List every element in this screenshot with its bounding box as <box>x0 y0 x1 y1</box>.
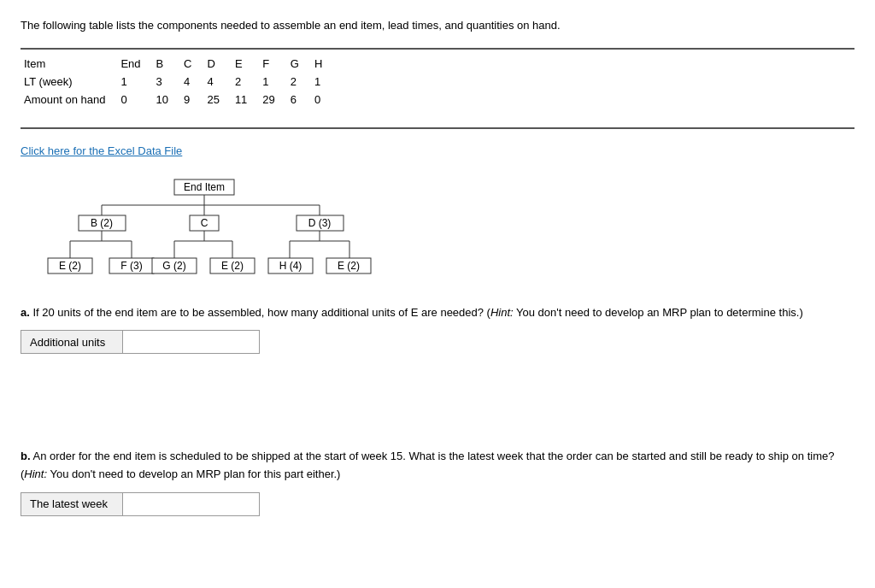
col-g-1: 2 <box>287 73 311 91</box>
col-b-0: B <box>153 55 180 73</box>
col-d-0: D <box>203 55 231 73</box>
col-c-0: C <box>180 55 203 73</box>
col-e-2: 11 <box>232 91 259 109</box>
latest-week-label: The latest week <box>21 492 123 516</box>
col-c-2: 9 <box>180 91 203 109</box>
col-h-0: H <box>311 55 334 73</box>
col-d-1: 4 <box>203 73 231 91</box>
answer-row-a: Additional units <box>21 330 854 354</box>
svg-text:C: C <box>201 217 208 229</box>
col-g-2: 6 <box>287 91 311 109</box>
additional-units-label: Additional units <box>21 330 123 354</box>
excel-link[interactable]: Click here for the Excel Data File <box>21 144 182 157</box>
latest-week-input[interactable] <box>123 492 260 516</box>
question-a-prefix: a. <box>21 306 30 319</box>
question-a-body: If 20 units of the end item are to be as… <box>30 306 490 319</box>
col-h-1: 1 <box>311 73 334 91</box>
question-b-prefix: b. <box>21 450 31 462</box>
col-f-0: F <box>259 55 286 73</box>
row-label-2: Amount on hand <box>21 91 117 109</box>
col-f-2: 29 <box>259 91 286 109</box>
col-end-1: 1 <box>117 73 152 91</box>
answer-row-b: The latest week <box>21 492 854 516</box>
col-f-1: 1 <box>259 73 286 91</box>
col-d-2: 25 <box>203 91 231 109</box>
svg-text:F (3): F (3) <box>120 260 142 272</box>
col-g-0: G <box>287 55 311 73</box>
svg-text:E (2): E (2) <box>338 260 360 272</box>
question-b-hint-label: Hint: <box>24 467 47 480</box>
question-b-hint: You don't need to develop an MRP plan fo… <box>47 467 340 480</box>
question-a-hint-label: Hint: <box>490 306 514 319</box>
col-h-2: 0 <box>311 91 334 109</box>
svg-text:End Item: End Item <box>184 181 225 193</box>
svg-text:E (2): E (2) <box>59 260 81 272</box>
col-end-2: 0 <box>117 91 152 109</box>
col-e-1: 2 <box>232 73 259 91</box>
table-row-lt: LT (week) 1 3 4 4 2 1 2 1 <box>21 73 334 91</box>
question-b-text: b. An order for the end item is schedule… <box>21 448 854 484</box>
table-wrapper: Item End B C D E F G H LT (week) 1 3 4 4… <box>21 48 854 129</box>
table-row-amount: Amount on hand 0 10 9 25 11 29 6 0 <box>21 91 334 109</box>
tree-svg: End Item B (2) C D (3) E (2) F (3) G (2)… <box>38 173 396 292</box>
data-table: Item End B C D E F G H LT (week) 1 3 4 4… <box>21 55 334 109</box>
row-label-1: LT (week) <box>21 73 117 91</box>
svg-text:B (2): B (2) <box>91 217 113 229</box>
col-e-0: E <box>232 55 259 73</box>
svg-text:D (3): D (3) <box>308 217 332 229</box>
row-label-0: Item <box>21 55 117 73</box>
svg-text:E (2): E (2) <box>221 260 244 272</box>
intro-text: The following table lists the components… <box>21 17 854 34</box>
col-b-1: 3 <box>153 73 180 91</box>
question-a-text: a. If 20 units of the end item are to be… <box>21 304 854 322</box>
svg-text:G (2): G (2) <box>162 260 185 272</box>
col-b-2: 10 <box>153 91 180 109</box>
svg-text:H (4): H (4) <box>279 260 302 272</box>
col-c-1: 4 <box>180 73 203 91</box>
tree-diagram: End Item B (2) C D (3) E (2) F (3) G (2)… <box>38 173 396 292</box>
table-row-header: Item End B C D E F G H <box>21 55 334 73</box>
additional-units-input[interactable] <box>123 330 260 354</box>
question-a-hint: You don't need to develop an MRP plan to… <box>514 306 803 319</box>
col-end-0: End <box>117 55 152 73</box>
